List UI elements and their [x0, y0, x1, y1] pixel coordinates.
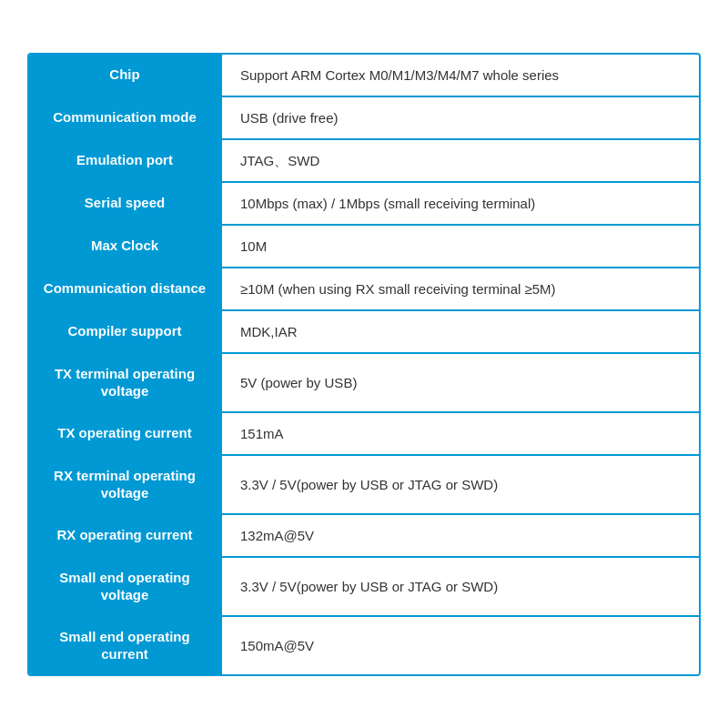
row-value: MDK,IAR	[220, 311, 699, 352]
row-value: 10M	[220, 226, 699, 267]
row-value: ≥10M (when using RX small receiving term…	[220, 268, 699, 309]
row-value: Support ARM Cortex M0/M1/M3/M4/M7 whole …	[220, 55, 699, 96]
row-value: USB (drive free)	[220, 97, 699, 138]
spec-table: ChipSupport ARM Cortex M0/M1/M3/M4/M7 wh…	[27, 53, 701, 676]
row-label: TX terminal operating voltage	[29, 354, 220, 411]
table-row: Small end operating current150mA@5V	[29, 617, 699, 674]
row-label: Chip	[29, 55, 220, 96]
row-label: TX operating current	[29, 413, 220, 454]
row-value: JTAG、SWD	[220, 140, 699, 181]
row-value: 150mA@5V	[220, 617, 699, 674]
row-value: 5V (power by USB)	[220, 354, 699, 411]
table-row: Small end operating voltage3.3V / 5V(pow…	[29, 558, 699, 617]
row-value: 151mA	[220, 413, 699, 454]
row-value: 10Mbps (max) / 1Mbps (small receiving te…	[220, 183, 699, 224]
table-row: Communication modeUSB (drive free)	[29, 97, 699, 140]
row-label: Communication distance	[29, 268, 220, 309]
row-value: 132mA@5V	[220, 515, 699, 556]
row-value: 3.3V / 5V(power by USB or JTAG or SWD)	[220, 456, 699, 513]
row-label: Serial speed	[29, 183, 220, 224]
table-row: Communication distance≥10M (when using R…	[29, 268, 699, 311]
row-label: Max Clock	[29, 226, 220, 267]
row-label: RX terminal operating voltage	[29, 456, 220, 513]
table-row: RX operating current132mA@5V	[29, 515, 699, 558]
table-row: Serial speed10Mbps (max) / 1Mbps (small …	[29, 183, 699, 226]
table-row: RX terminal operating voltage3.3V / 5V(p…	[29, 456, 699, 515]
table-row: Compiler supportMDK,IAR	[29, 311, 699, 354]
row-label: Small end operating voltage	[29, 558, 220, 615]
table-row: TX operating current151mA	[29, 413, 699, 456]
row-value: 3.3V / 5V(power by USB or JTAG or SWD)	[220, 558, 699, 615]
table-row: ChipSupport ARM Cortex M0/M1/M3/M4/M7 wh…	[29, 55, 699, 97]
table-row: Max Clock10M	[29, 226, 699, 268]
row-label: Compiler support	[29, 311, 220, 352]
table-row: TX terminal operating voltage5V (power b…	[29, 354, 699, 413]
row-label: RX operating current	[29, 515, 220, 556]
row-label: Communication mode	[29, 97, 220, 138]
row-label: Emulation port	[29, 140, 220, 181]
table-row: Emulation portJTAG、SWD	[29, 140, 699, 183]
row-label: Small end operating current	[29, 617, 220, 674]
